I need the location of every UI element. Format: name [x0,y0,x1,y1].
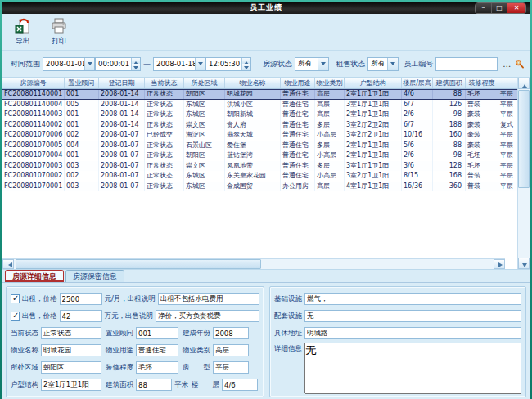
rent-note-input[interactable] [158,293,259,305]
cell-decoration: 普装 [466,182,498,192]
sale-note-input[interactable] [156,310,259,322]
table-row[interactable]: FC2008011400040052008-01-14正常状态东城区洪城小区普通… [2,100,517,110]
region-input[interactable] [41,361,101,374]
table-row[interactable]: FC2008011400010012008-01-14正常状态朝阳区明城花园普通… [2,89,517,100]
property-use-input[interactable] [136,344,178,356]
col-header-area[interactable]: 建筑面积 [433,78,466,88]
current-status-input[interactable] [41,327,101,339]
rent-checkbox[interactable] [11,294,20,303]
cell-status: 正常状态 [145,100,184,110]
tab-house-detail-info[interactable]: 房源详细信息 [5,270,64,282]
area-input[interactable] [136,379,172,391]
address-input[interactable] [304,327,521,339]
table-row[interactable]: FC2008010700020022008-01-07正常状态东城区东关皇家花园… [2,171,517,182]
decoration-label: 装修程度 [106,363,133,373]
title-bar[interactable]: 员工业绩 – □ ✕ [2,2,530,14]
facilities-input[interactable] [304,310,521,322]
col-header-property-use[interactable]: 物业用途 [281,78,315,88]
col-header-floor[interactable]: 楼层/层高 [402,78,433,88]
table-row[interactable]: FC2008011400020012008-01-14正常状态崇文区贵人府普通住… [2,120,517,131]
property-category-input[interactable] [213,344,249,356]
browse-button[interactable]: … [503,60,512,69]
time-from-spin-buttons[interactable] [131,58,140,70]
cell-consultant: 001 [65,90,99,99]
vertical-scrollbar[interactable] [517,78,530,269]
house-status-select[interactable]: 所有 [295,57,329,71]
col-header-property-name[interactable]: 物业名称 [225,78,281,88]
table-row[interactable]: FC2008011400030012008-01-14正常状态东城区朝阳新城普通… [2,110,517,120]
cell-region: 崇文区 [184,120,225,131]
col-header-property-category[interactable]: 物业类别 [315,78,345,88]
cell-floor-type: 平层 [498,141,516,151]
col-header-consultant[interactable]: 置业顾问 [65,78,99,88]
rent-sale-select[interactable]: 所有 [367,57,399,71]
floor-input[interactable] [222,379,258,391]
print-button[interactable]: 打印 [47,16,71,48]
cell-property-use: 普通住宅 [281,171,315,182]
date-from-picker[interactable]: 2008-01-01 [43,57,95,71]
col-header-status[interactable]: 当前状态 [145,78,184,88]
col-header-reg-date[interactable]: 登记日期 [99,78,145,88]
time-from-spinner[interactable]: 00:00:01 [95,57,141,71]
window-title: 员工业绩 [250,2,282,13]
property-name-input[interactable] [41,344,101,356]
date-from-dropdown-icon[interactable] [84,58,94,70]
table-row[interactable]: FC2008010700050042008-01-07正常状态石景山区爱住堡普通… [2,141,517,151]
maximize-button[interactable]: □ [491,3,507,13]
employee-id-input[interactable] [435,57,498,71]
horizontal-scrollbar[interactable] [2,258,505,269]
horizontal-scroll-thumb[interactable] [16,259,261,269]
search-icon[interactable] [515,57,525,71]
cell-property-category: 多层 [315,161,345,172]
scroll-right-arrow-icon[interactable] [494,259,505,269]
cell-region: 海淀区 [184,130,225,141]
time-to-spinner[interactable]: 12:05:30 [205,57,251,71]
cell-consultant: 005 [65,100,99,110]
col-header-region[interactable]: 所处区域 [184,78,225,88]
cell-consultant: 001 [65,120,99,131]
sale-price-input[interactable] [60,310,102,322]
scroll-up-arrow-icon[interactable] [518,78,530,89]
date-to-picker[interactable]: 2008-01-18 [153,57,205,71]
close-button[interactable]: ✕ [507,3,525,13]
col-header-floor-type[interactable] [498,78,516,88]
export-button[interactable]: 导出 [11,16,35,48]
infrastructure-input[interactable] [304,293,521,305]
col-header-decoration[interactable]: 装修程度 [466,78,498,88]
infrastructure-row: 基础设施 [274,291,521,307]
consultant-input[interactable] [136,327,178,339]
scroll-down-arrow-icon[interactable] [518,258,530,269]
scroll-left-arrow-icon[interactable] [2,259,14,269]
house-status-dropdown-icon[interactable] [318,58,328,70]
cell-layout: 4室1厅1卫1阳 [345,182,402,192]
table-row[interactable]: FC2008010700010032008-01-07正常状态东城区金成国贸办公… [2,182,517,192]
col-header-house-id[interactable]: 房源编号 [2,78,65,88]
cell-layout: 2室1厅1卫1阳 [345,110,402,120]
filter-bar: 时间范围 2008-01-01 00:00:01 — 2008-01-18 12… [2,51,530,78]
date-to-dropdown-icon[interactable] [195,58,205,70]
rent-sale-dropdown-icon[interactable] [387,58,398,70]
time-to-spin-buttons[interactable] [241,58,250,70]
cell-property-category: 小高层 [315,171,345,182]
table-row[interactable]: FC2008010700030032008-01-07正常状态崇文区凤凰地带普通… [2,161,517,172]
layout-input[interactable] [41,379,101,391]
house-status-value: 所有 [295,59,318,69]
table-row[interactable]: FC2008010700040012008-01-07正常状态朝阳区蓝钻堡湾普通… [2,150,517,161]
property-use-label: 物业用途 [106,346,133,356]
rent-sale-value: 所有 [368,59,387,69]
vertical-scroll-thumb[interactable] [518,90,530,188]
decoration-input[interactable] [136,361,178,374]
table-row[interactable]: FC2008010700060022008-01-07已经成交海淀区翡翠天城普通… [2,130,517,141]
sale-checkbox[interactable] [11,312,20,321]
cell-decoration: 毛坯 [466,150,498,161]
detail-info-textarea[interactable]: 无 [304,343,521,394]
rent-price-input[interactable] [60,293,102,305]
build-year-input[interactable] [213,327,249,339]
col-header-layout[interactable]: 户型结构 [345,78,402,88]
tab-house-secret-info[interactable]: 房源保密信息 [65,270,124,282]
house-type-input[interactable] [213,361,249,374]
detail-info-label: 详细信息 [274,344,302,394]
cell-reg-date: 2008-01-14 [99,90,145,99]
minimize-button[interactable]: – [476,3,491,13]
cell-property-use: 普通住宅 [281,120,315,131]
